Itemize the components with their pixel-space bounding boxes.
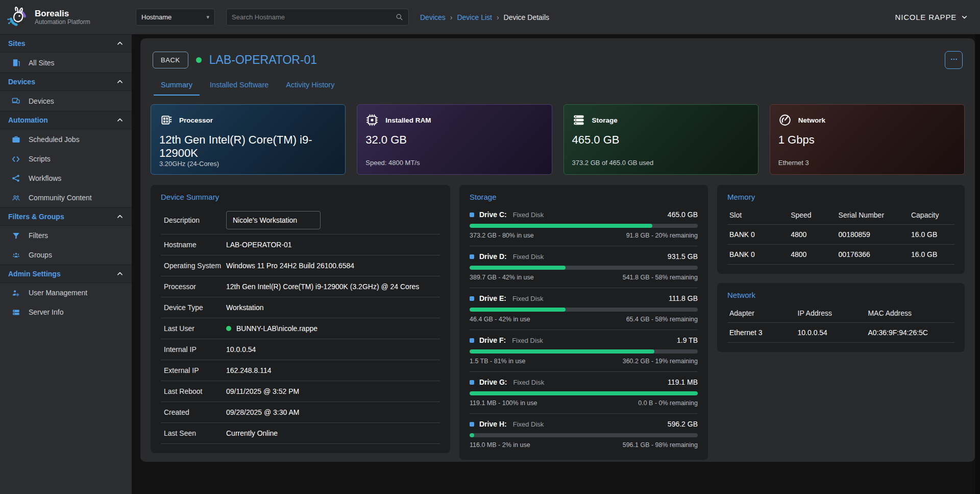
chevron-up-icon [116, 78, 124, 85]
stat-cards: Processor 12th Gen Intel(R) Core(TM) i9-… [151, 104, 965, 175]
sidebar-item-label: Groups [29, 251, 52, 259]
drive-name: Drive F: [479, 336, 506, 344]
sidebar-item-server-info[interactable]: Server Info [0, 302, 132, 322]
sidebar-item-label: Community Content [29, 194, 92, 202]
drive-size: 465.0 GB [668, 210, 698, 219]
device-details-card: BACK LAB-OPERATOR-01 Summary Installed S… [140, 38, 975, 462]
row-label: Last Seen [164, 429, 226, 438]
drive-used: 119.1 MB - 100% in use [470, 399, 537, 407]
breadcrumb-devices[interactable]: Devices [420, 13, 446, 21]
sidebar-section-admin-settings[interactable]: Admin Settings [0, 265, 132, 283]
rabbit-logo-icon [6, 6, 30, 29]
sidebar-item-label: Devices [29, 97, 54, 105]
summary-row-external-ip: External IP 162.248.8.114 [161, 360, 440, 381]
drive-name: Drive C: [479, 210, 507, 219]
table-row: BANK 0 4800 00180859 16.0 GB [727, 225, 954, 245]
tab-summary[interactable]: Summary [154, 76, 200, 96]
disk-bullet-icon [470, 338, 474, 343]
search-field-select[interactable]: Hostname ▾ [136, 9, 215, 26]
sidebar-section-automation[interactable]: Automation [0, 111, 132, 129]
row-label: Description [164, 216, 226, 225]
row-value: 12th Gen Intel(R) Core(TM) i9-12900K (3.… [226, 281, 419, 292]
row-label: Processor [164, 282, 226, 292]
sidebar-item-scripts[interactable]: Scripts [0, 149, 132, 169]
network-table: Adapter IP Address MAC Address Ethernet … [727, 305, 954, 343]
drive-usage-bar [470, 349, 698, 354]
share-nodes-icon [11, 174, 21, 182]
cell-serial: 00180859 [837, 225, 909, 245]
description-input[interactable] [226, 211, 321, 229]
row-value: 09/11/2025 @ 3:52 PM [226, 386, 299, 397]
summary-row-last-user: Last User BUNNY-LAB\nicole.rappe [161, 318, 440, 339]
installed-ram-card: Installed RAM 32.0 GB Speed: 4800 MT/s [357, 104, 552, 175]
chevron-up-icon [116, 270, 124, 277]
ram-subtext: Speed: 4800 MT/s [365, 159, 543, 167]
detail-panels: Device Summary Description Hostname LAB-… [151, 185, 965, 460]
cell-ip: 10.0.0.54 [796, 323, 866, 343]
more-actions-button[interactable] [945, 51, 963, 69]
scrollbar-gutter[interactable] [975, 34, 980, 494]
chevron-down-icon [961, 14, 968, 20]
cell-slot: BANK 0 [727, 225, 789, 245]
sidebar-section-filters-groups[interactable]: Filters & Groups [0, 207, 132, 226]
drive-usage-bar [470, 308, 698, 312]
column-header: MAC Address [866, 305, 954, 323]
breadcrumb-device-details: Device Details [504, 13, 549, 21]
drive-used: 389.7 GB - 42% in use [470, 274, 534, 281]
row-label: Operating System [164, 261, 226, 271]
right-column: Memory Slot Speed Serial Number Capacity [717, 185, 965, 352]
online-status-dot [196, 57, 202, 63]
drive-usage-fill [470, 349, 654, 354]
search-icon[interactable] [396, 13, 403, 21]
sidebar-item-devices[interactable]: Devices [0, 91, 132, 111]
tab-activity-history[interactable]: Activity History [279, 76, 341, 96]
search-bar [226, 9, 409, 26]
drive-remaining: 0.0 B - 0% remaining [638, 399, 698, 407]
section-label: Devices [8, 78, 35, 86]
chevron-up-icon [116, 116, 124, 124]
drive-usage-fill [470, 308, 566, 312]
panel-title: Storage [470, 193, 698, 201]
cell-serial: 00176366 [837, 245, 909, 265]
sidebar-item-all-sites[interactable]: All Sites [0, 53, 132, 73]
network-value: 1 Gbps [778, 133, 956, 147]
breadcrumb-device-list[interactable]: Device List [457, 13, 492, 21]
drive-remaining: 91.8 GB - 20% remaining [626, 232, 698, 239]
sidebar-item-filters[interactable]: Filters [0, 226, 132, 245]
brand[interactable]: Borealis Automation Platform [0, 0, 132, 34]
sidebar-item-scheduled-jobs[interactable]: Scheduled Jobs [0, 129, 132, 149]
sidebar-section-devices[interactable]: Devices [0, 73, 132, 91]
drive-row-e: Drive E: Fixed Disk 111.8 GB 46.4 GB - 4… [470, 288, 698, 330]
back-button[interactable]: BACK [153, 52, 188, 68]
drive-name: Drive E: [479, 294, 506, 302]
tab-installed-software[interactable]: Installed Software [203, 76, 276, 96]
processor-subtext: 3.20GHz (24-Cores) [159, 160, 337, 168]
disk-bullet-icon [470, 422, 474, 427]
row-value: Windows 11 Pro 24H2 Build 26100.6584 [226, 261, 354, 271]
code-icon [11, 155, 21, 163]
disk-bullet-icon [470, 380, 474, 385]
drive-type: Fixed Disk [513, 253, 544, 261]
sidebar-item-user-management[interactable]: User Management [0, 283, 132, 302]
network-subtext: Ethernet 3 [778, 159, 956, 167]
table-row: BANK 0 4800 00176366 16.0 GB [727, 245, 954, 265]
panel-title: Device Summary [161, 193, 440, 201]
cell-speed: 4800 [789, 225, 836, 245]
cell-adapter: Ethernet 3 [727, 323, 796, 343]
drive-used: 1.5 TB - 81% in use [470, 358, 526, 365]
drive-row-d: Drive D: Fixed Disk 931.5 GB 389.7 GB - … [470, 246, 698, 288]
drive-size: 111.8 GB [669, 294, 698, 302]
chevron-down-icon: ▾ [206, 14, 209, 20]
memory-panel: Memory Slot Speed Serial Number Capacity [717, 185, 965, 274]
drive-usage-bar [470, 433, 698, 437]
row-value: Currently Online [226, 428, 278, 439]
sidebar-section-sites[interactable]: Sites [0, 34, 132, 53]
section-label: Admin Settings [8, 270, 61, 278]
section-label: Automation [8, 116, 48, 124]
sidebar-item-groups[interactable]: Groups [0, 245, 132, 265]
sidebar-item-community-content[interactable]: Community Content [0, 188, 132, 207]
row-value: 09/28/2025 @ 3:30 AM [226, 407, 299, 418]
sidebar-item-workflows[interactable]: Workflows [0, 169, 132, 188]
search-input[interactable] [232, 13, 391, 21]
user-menu[interactable]: NICOLE RAPPE [895, 13, 968, 21]
